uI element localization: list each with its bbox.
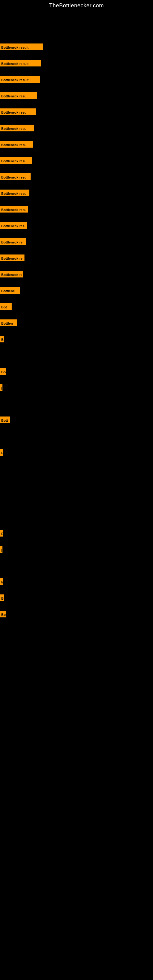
site-title: TheBottlenecker.com [0,0,153,10]
bar-row: Bottleneck resu [0,141,36,148]
bar-label: Bottleneck result [0,43,43,50]
bar-row: Bottleneck re [0,271,26,277]
bar-label: E [0,578,3,585]
bar-row: E [0,530,6,536]
bar-label: Bottleneck re [0,271,23,277]
bar-label: E [0,449,3,456]
bar-row: E [0,578,6,585]
bar-label: Bottleneck resu [0,206,28,213]
bar-label: Bottleneck resu [0,108,36,115]
bar-row: Bottleneck resu [0,125,37,131]
bar-label: Bottleneck resu [0,173,30,180]
bar-row: B [0,336,7,342]
bar-row: B [0,595,7,601]
bar-label: Bottleneck result [0,76,40,83]
bar-row: Bottleneck result [0,43,46,50]
bar-label: Bottleneck re [0,238,26,245]
bar-row: Bottleneck res [0,222,30,229]
bar-label: Bottlene [0,287,20,294]
bar-row: | [0,384,5,391]
bar-row: Bottleneck re [0,255,27,261]
bar-row: Bottleneck resu [0,206,31,213]
bar-label: Bottleneck resu [0,92,37,99]
bar-label: Bott [0,417,10,423]
bar-label: Bo [0,368,6,375]
bar-row: Bottlene [0,287,23,294]
bar-label: Bottleneck resu [0,189,29,196]
bar-row: Bot [0,303,15,310]
bar-row: Bottleneck re [0,238,29,245]
bar-label: Bottleneck resu [0,157,32,164]
bar-label: B [0,336,4,342]
bar-row: E [0,449,6,456]
bar-label: Bottleneck resu [0,125,34,131]
bar-row: Bottleneck resu [0,108,39,115]
bar-row: Bott [0,417,13,423]
bar-label: Bo [0,611,6,617]
bar-label: | [0,546,2,553]
bar-row: Bottleneck resu [0,173,33,180]
bar-row: Bottleneck result [0,60,45,67]
bar-label: E [0,530,3,536]
bar-row: Bo [0,611,9,617]
bar-row: Bottleneck resu [0,92,40,99]
bar-label: Bottleneck res [0,222,27,229]
bar-row: Bottleneck resu [0,189,32,196]
bar-row: | [0,546,5,553]
bar-label: Bottleneck result [0,60,41,67]
bar-row: Bo [0,368,9,375]
bar-label: Bottleneck resu [0,141,33,148]
bar-row: Bottleneck result [0,76,43,83]
bar-row: Bottlen [0,320,20,326]
bar-label: Bottleneck re [0,255,24,261]
bar-label: Bottlen [0,320,17,326]
bar-label: | [0,384,2,391]
bar-row: Bottleneck resu [0,157,35,164]
bar-label: Bot [0,303,12,310]
bar-label: B [0,595,4,601]
